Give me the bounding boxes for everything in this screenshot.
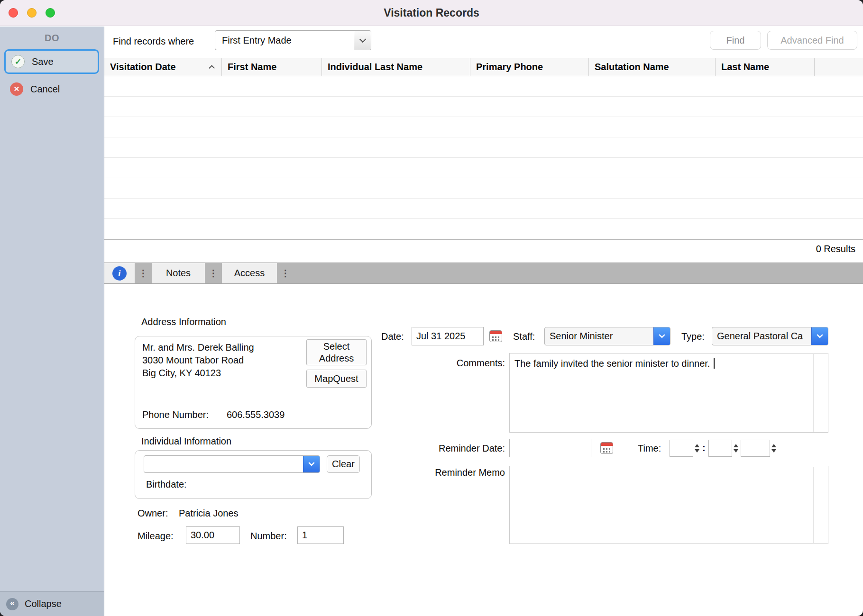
staff-label: Staff: (513, 331, 535, 342)
time-ampm-input[interactable] (741, 440, 770, 457)
minute-stepper[interactable] (732, 440, 740, 457)
time-label: Time: (638, 443, 661, 454)
time-separator: : (702, 443, 706, 453)
check-icon: ✓ (11, 55, 25, 68)
birthdate-label: Birthdate: (146, 479, 187, 490)
staff-dropdown[interactable]: Senior Minister (544, 327, 670, 345)
sidebar-header: DO (0, 33, 104, 44)
find-field-selected-value: First Entry Made (215, 31, 354, 50)
address-line-3: Big City, KY 40123 (142, 367, 254, 380)
type-dropdown[interactable]: General Pastoral Ca (712, 327, 828, 345)
table-row (104, 199, 863, 219)
app-window: Visitation Records DO ✓ Save ✕ Cancel « … (0, 0, 863, 616)
sidebar-item-cancel[interactable]: ✕ Cancel (4, 77, 99, 101)
stepper-up-icon (695, 444, 699, 447)
save-button-label: Save (32, 56, 54, 67)
time-hour-input[interactable] (670, 440, 693, 457)
stepper-up-icon (771, 444, 776, 447)
mileage-input[interactable] (186, 526, 240, 544)
mapquest-button[interactable]: MapQuest (306, 370, 367, 388)
tab-bar: i ⋮ Notes ⋮ Access ⋮ (104, 263, 863, 284)
address-line-1: Mr. and Mrs. Derek Balling (142, 341, 254, 354)
table-header: Visitation Date First Name Individual La… (104, 58, 863, 76)
table-row (104, 219, 863, 239)
comments-label: Comments: (420, 358, 505, 369)
chevron-double-left-icon: « (6, 598, 18, 610)
type-label: Type: (681, 331, 705, 342)
table-row (104, 76, 863, 97)
number-input[interactable] (297, 526, 344, 544)
number-label: Number: (250, 531, 287, 542)
reminder-memo-textarea[interactable] (509, 466, 828, 544)
address-information-title: Address Information (141, 317, 226, 327)
sidebar-collapse-button[interactable]: « Collapse (0, 591, 104, 616)
stepper-up-icon (734, 444, 738, 447)
phone-number-label: Phone Number: (142, 409, 209, 420)
tab-access[interactable]: Access (222, 263, 277, 283)
find-field-dropdown[interactable]: First Entry Made (215, 30, 371, 50)
dropdown-button[interactable] (653, 327, 670, 345)
select-address-button[interactable]: Select Address (306, 339, 367, 365)
window-title: Visitation Records (0, 0, 863, 26)
column-header-primary-phone[interactable]: Primary Phone (470, 58, 589, 76)
advanced-find-button[interactable]: Advanced Find (767, 31, 857, 50)
hour-stepper[interactable] (693, 440, 701, 457)
x-icon: ✕ (10, 82, 23, 96)
column-header-individual-last-name[interactable]: Individual Last Name (322, 58, 470, 76)
sidebar-item-save[interactable]: ✓ Save (4, 49, 99, 74)
dropdown-button[interactable] (354, 31, 371, 50)
staff-selected-value: Senior Minister (545, 327, 653, 345)
owner-value: Patricia Jones (179, 508, 239, 519)
info-icon: i (112, 266, 127, 281)
phone-number-value: 606.555.3039 (227, 409, 285, 420)
drag-handle-icon: ⋮ (277, 263, 294, 283)
text-cursor (714, 358, 715, 369)
owner-label: Owner: (138, 508, 168, 519)
stepper-down-icon (734, 449, 738, 453)
cancel-button-label: Cancel (30, 84, 60, 95)
date-label: Date: (381, 331, 404, 342)
records-table-body (104, 76, 863, 240)
stepper-down-icon (771, 449, 776, 453)
calendar-icon[interactable] (489, 330, 502, 342)
table-row (104, 97, 863, 117)
column-header-last-name[interactable]: Last Name (716, 58, 815, 76)
chevron-down-icon (359, 36, 366, 42)
address-value: Mr. and Mrs. Derek Balling 3030 Mount Ta… (142, 341, 254, 380)
results-count: 0 Results (816, 244, 855, 254)
comments-textarea[interactable]: The family invited the senior minister t… (509, 353, 828, 433)
title-bar: Visitation Records (0, 0, 863, 26)
individual-information-title: Individual Information (141, 436, 231, 447)
reminder-date-input[interactable] (509, 439, 591, 457)
chevron-down-icon (817, 332, 823, 338)
column-header-salutation-name[interactable]: Salutation Name (589, 58, 716, 76)
dropdown-button[interactable] (303, 456, 320, 472)
ampm-stepper[interactable] (770, 440, 778, 457)
individual-selected-value (144, 456, 303, 472)
tab-notes[interactable]: Notes (152, 263, 205, 283)
table-row (104, 178, 863, 199)
calendar-icon[interactable] (600, 442, 613, 454)
visit-date-input[interactable] (412, 327, 484, 345)
time-minute-input[interactable] (708, 440, 732, 457)
type-selected-value: General Pastoral Ca (712, 327, 811, 345)
sidebar: DO ✓ Save ✕ Cancel « Collapse (0, 27, 104, 616)
comments-text: The family invited the senior minister t… (514, 357, 809, 370)
tab-info[interactable]: i (104, 263, 135, 283)
individual-dropdown[interactable] (144, 455, 320, 473)
address-line-2: 3030 Mount Tabor Road (142, 354, 254, 367)
table-row (104, 137, 863, 158)
find-button[interactable]: Find (710, 31, 761, 50)
table-row (104, 158, 863, 178)
chevron-down-icon (659, 332, 665, 338)
column-header-first-name[interactable]: First Name (222, 58, 322, 76)
reminder-memo-label: Reminder Memo (408, 467, 505, 478)
column-header-spacer (815, 58, 863, 76)
clear-button[interactable]: Clear (327, 455, 360, 473)
drag-handle-icon: ⋮ (205, 263, 222, 283)
mileage-label: Mileage: (138, 531, 174, 542)
column-header-visitation-date[interactable]: Visitation Date (104, 58, 222, 76)
dropdown-button[interactable] (811, 327, 828, 345)
sort-ascending-icon (209, 65, 215, 71)
chevron-down-icon (308, 460, 315, 466)
